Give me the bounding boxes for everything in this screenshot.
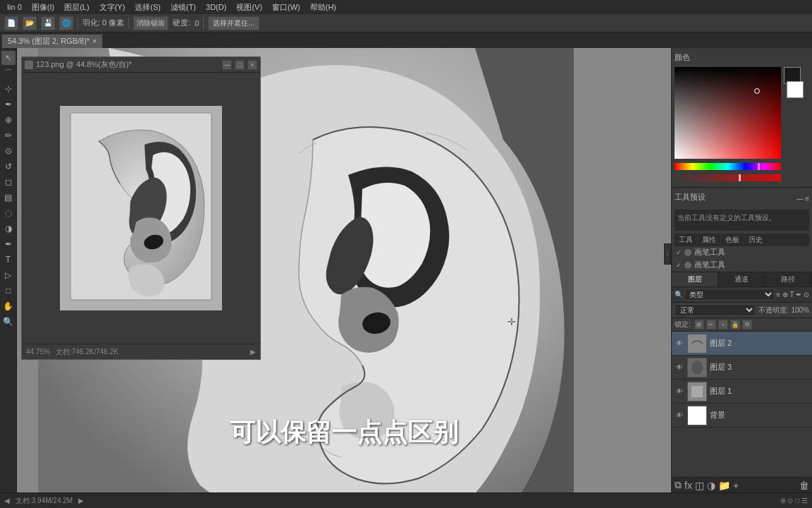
ref-image-area <box>22 73 260 344</box>
status-arrow-right[interactable]: ▶ <box>78 497 84 504</box>
preset-brush2[interactable]: ✓ 画笔工具 <box>675 259 809 271</box>
text-tool[interactable]: T <box>1 253 16 267</box>
color-picker[interactable] <box>675 67 781 159</box>
sep3 <box>203 18 204 29</box>
menu-filter[interactable]: 滤镜(T) <box>166 1 200 13</box>
eraser-tool[interactable]: ◻ <box>1 175 16 189</box>
preset-brush1[interactable]: ✓ 画笔工具 <box>675 246 809 258</box>
layer-eye-bg[interactable]: 👁 <box>675 411 684 421</box>
layer-item-2[interactable]: 👁 图层 2 <box>672 332 812 356</box>
background-color[interactable] <box>787 81 804 98</box>
hue-slider[interactable] <box>675 163 781 170</box>
brush-tool[interactable]: ✏ <box>1 128 16 143</box>
fg-bg-swatches[interactable] <box>784 67 809 92</box>
main-tab[interactable]: 54.3% (图层 2, RGB/8)* × <box>1 34 103 48</box>
gradient-tool[interactable]: ▤ <box>1 190 16 205</box>
tab-swatches[interactable]: 色板 <box>721 234 744 246</box>
ref-progress-arrow[interactable]: ▶ <box>250 348 256 356</box>
artboard-btn[interactable]: ⧉ <box>742 320 752 329</box>
hardness-value: 0 <box>195 19 199 28</box>
eyedropper-tool[interactable]: ✒ <box>1 97 16 111</box>
panel-tabs: 工具 属性 色板 历史 <box>675 234 809 246</box>
ref-close-btn[interactable]: × <box>247 60 257 70</box>
right-panel-expand[interactable]: ‹ <box>664 243 671 265</box>
tab-close-icon[interactable]: × <box>92 37 97 45</box>
clone-tool[interactable]: ⊙ <box>1 144 16 158</box>
tool-preset-minimize[interactable]: — <box>796 195 804 202</box>
blur-tool[interactable]: ◌ <box>1 206 16 220</box>
tab-tools[interactable]: 工具 <box>675 234 698 246</box>
menu-help[interactable]: 帮助(H) <box>306 1 340 13</box>
crop-tool[interactable]: ⊹ <box>1 82 16 96</box>
ref-restore-btn[interactable]: □ <box>235 60 245 70</box>
layer-actions-bar: ⧉ fx ◫ ◑ 📁 + 🗑 <box>672 477 812 492</box>
menu-edit[interactable]: Iin 0 <box>3 2 26 12</box>
shape-tool[interactable]: □ <box>1 284 16 298</box>
spot-heal-tool[interactable]: ⊕ <box>1 113 16 127</box>
lock-position-btn[interactable]: + <box>718 320 728 329</box>
tab-props[interactable]: 属性 <box>698 234 721 246</box>
layer-filter-select[interactable]: 类型 <box>684 289 775 301</box>
layer-eye-1[interactable]: 👁 <box>675 387 684 397</box>
tab-history[interactable]: 历史 <box>744 234 767 246</box>
menu-window[interactable]: 窗口(W) <box>268 1 304 13</box>
lock-image-btn[interactable]: ✏ <box>706 320 716 329</box>
add-group-btn[interactable]: ⧉ <box>675 479 682 491</box>
dodge-tool[interactable]: ◑ <box>1 222 16 236</box>
menu-layer[interactable]: 图层(L) <box>60 1 93 13</box>
save-web-btn[interactable]: 🌐 <box>59 16 73 30</box>
zoom-tool[interactable]: 🔍 <box>1 315 16 329</box>
tool-preset-message: 当前工具没有定义的工具预设。 <box>675 210 809 231</box>
new-layer-btn[interactable]: + <box>733 480 739 491</box>
selection-tool[interactable]: ↖ <box>1 51 16 65</box>
open-file-btn[interactable]: 📂 <box>23 16 37 30</box>
opacity-label: 不透明度: <box>758 306 789 315</box>
layers-tab-channels[interactable]: 通道 <box>718 272 765 286</box>
delete-layer-btn[interactable]: 🗑 <box>799 480 809 491</box>
toolbar: 📄 📂 💾 🌐 羽化: 0 像素 消除锯齿 硬度: 0 选择并遮住... <box>0 14 812 32</box>
menu-3d[interactable]: 3D(D) <box>202 2 230 12</box>
color-swatches <box>784 67 809 92</box>
layer-item-bg[interactable]: 👁 背景 <box>672 404 812 428</box>
lock-transparency-btn[interactable]: ⊞ <box>694 320 704 329</box>
layer-eye-3[interactable]: 👁 <box>675 363 684 373</box>
layer-eye-2[interactable]: 👁 <box>675 339 684 349</box>
path-tool[interactable]: ▷ <box>1 268 16 282</box>
new-file-btn[interactable]: 📄 <box>4 16 18 30</box>
lock-all-btn[interactable]: 🔒 <box>730 320 740 329</box>
layers-tab-layers[interactable]: 图层 <box>672 272 718 286</box>
select-mask-btn[interactable]: 选择并遮住... <box>208 16 259 30</box>
pen-tool[interactable]: ✒ <box>1 237 16 251</box>
ref-window-icon <box>25 61 33 69</box>
adjustment-btn[interactable]: ◑ <box>707 480 715 491</box>
layers-tab-paths[interactable]: 路径 <box>765 272 812 286</box>
lasso-tool[interactable]: ⌒ <box>1 66 16 80</box>
menu-text[interactable]: 文字(Y) <box>95 1 130 13</box>
tool-preset-menu[interactable]: ≡ <box>805 195 809 202</box>
menu-image[interactable]: 图像(I) <box>27 1 59 13</box>
opacity-slider[interactable] <box>675 174 781 181</box>
blend-mode-select[interactable]: 正常 <box>675 304 756 316</box>
svg-point-8 <box>691 361 703 375</box>
add-style-btn[interactable]: fx <box>684 480 692 491</box>
add-mask-btn[interactable]: ◫ <box>695 480 704 491</box>
menu-select[interactable]: 选择(S) <box>130 1 165 13</box>
menu-view[interactable]: 视图(V) <box>232 1 266 13</box>
subtitle-text: 可以保留一点点区别 <box>230 416 458 450</box>
ref-minimize-btn[interactable]: — <box>222 60 232 70</box>
history-brush[interactable]: ↺ <box>1 159 16 174</box>
preset-name2: 画笔工具 <box>694 260 725 270</box>
tool-preset-header: 工具预设 — ≡ <box>675 190 809 207</box>
hand-tool[interactable]: ✋ <box>1 299 16 313</box>
left-tool-panel: ↖ ⌒ ⊹ ✒ ⊕ ✏ ⊙ ↺ ◻ ▤ ◌ ◑ ✒ T ▷ □ ✋ 🔍 <box>0 48 17 492</box>
filter-icons: ≡ ⊕ T ✒ ⊙ <box>776 291 809 298</box>
anti-alias-btn[interactable]: 消除锯齿 <box>133 16 168 30</box>
layer-name-bg: 背景 <box>710 410 809 421</box>
save-btn[interactable]: 💾 <box>41 16 55 30</box>
layer-item-1[interactable]: 👁 图层 1 <box>672 380 812 404</box>
layers-tabs: 图层 通道 路径 <box>672 272 812 287</box>
add-folder-btn[interactable]: 📁 <box>718 480 730 491</box>
status-arrow-left[interactable]: ◀ <box>4 497 10 504</box>
reference-window[interactable]: 123.png @ 44.8%(灰色/自)* — □ × <box>21 56 261 360</box>
layer-item-3[interactable]: 👁 图层 3 <box>672 356 812 380</box>
